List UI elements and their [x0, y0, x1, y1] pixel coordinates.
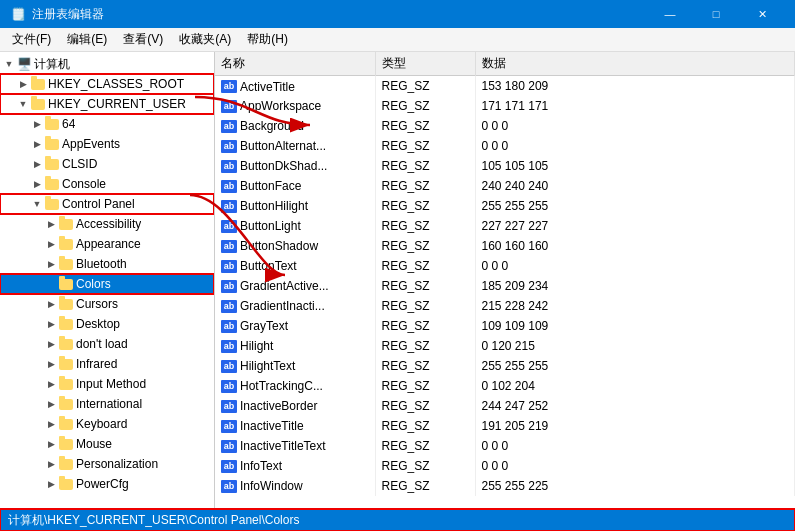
tree-arrow-control-panel[interactable]	[30, 199, 44, 209]
close-button[interactable]: ✕	[739, 0, 785, 28]
table-row[interactable]: ab AppWorkspace REG_SZ 171 171 171	[215, 96, 795, 116]
tree-item-powercfg[interactable]: PowerCfg	[0, 474, 214, 494]
table-row[interactable]: ab ActiveTitle REG_SZ 153 180 209	[215, 76, 795, 96]
tree-item-appearance[interactable]: Appearance	[0, 234, 214, 254]
menu-edit[interactable]: 编辑(E)	[59, 29, 115, 50]
tree-arrow-personalization[interactable]	[44, 459, 58, 469]
tree-arrow-current-user[interactable]	[16, 99, 30, 109]
col-header-name[interactable]: 名称	[215, 52, 375, 76]
ab-icon: ab	[221, 80, 237, 93]
tree-item-appevents[interactable]: AppEvents	[0, 134, 214, 154]
tree-arrow-computer[interactable]	[2, 59, 16, 69]
col-header-data[interactable]: 数据	[475, 52, 795, 76]
table-row[interactable]: ab HotTrackingC... REG_SZ 0 102 204	[215, 376, 795, 396]
tree-item-international[interactable]: International	[0, 394, 214, 414]
cell-name: ab HotTrackingC...	[215, 376, 375, 396]
folder-icon-current-user	[30, 96, 46, 112]
minimize-button[interactable]: —	[647, 0, 693, 28]
folder-icon-colors	[58, 276, 74, 292]
cell-name: ab GradientInacti...	[215, 296, 375, 316]
cell-data: 255 255 255	[475, 356, 795, 376]
tree-arrow-dontload[interactable]	[44, 339, 58, 349]
tree-item-mouse[interactable]: Mouse	[0, 434, 214, 454]
tree-item-64[interactable]: 64	[0, 114, 214, 134]
table-row[interactable]: ab Background REG_SZ 0 0 0	[215, 116, 795, 136]
table-row[interactable]: ab ButtonFace REG_SZ 240 240 240	[215, 176, 795, 196]
table-row[interactable]: ab HilightText REG_SZ 255 255 255	[215, 356, 795, 376]
tree-arrow-accessibility[interactable]	[44, 219, 58, 229]
tree-arrow-64[interactable]	[30, 119, 44, 129]
tree-arrow-classes-root[interactable]	[16, 79, 30, 89]
table-row[interactable]: ab GrayText REG_SZ 109 109 109	[215, 316, 795, 336]
maximize-button[interactable]: □	[693, 0, 739, 28]
table-row[interactable]: ab InfoText REG_SZ 0 0 0	[215, 456, 795, 476]
menu-view[interactable]: 查看(V)	[115, 29, 171, 50]
table-row[interactable]: ab GradientInacti... REG_SZ 215 228 242	[215, 296, 795, 316]
tree-item-control-panel[interactable]: Control Panel	[0, 194, 214, 214]
tree-arrow-keyboard[interactable]	[44, 419, 58, 429]
table-row[interactable]: ab ButtonShadow REG_SZ 160 160 160	[215, 236, 795, 256]
tree-item-personalization[interactable]: Personalization	[0, 454, 214, 474]
tree-item-accessibility[interactable]: Accessibility	[0, 214, 214, 234]
cell-type: REG_SZ	[375, 76, 475, 96]
tree-arrow-appevents[interactable]	[30, 139, 44, 149]
tree-arrow-appearance[interactable]	[44, 239, 58, 249]
tree-arrow-desktop[interactable]	[44, 319, 58, 329]
cell-type: REG_SZ	[375, 156, 475, 176]
menu-file[interactable]: 文件(F)	[4, 29, 59, 50]
tree-arrow-mouse[interactable]	[44, 439, 58, 449]
cell-data: 105 105 105	[475, 156, 795, 176]
cell-data: 0 120 215	[475, 336, 795, 356]
tree-item-console[interactable]: Console	[0, 174, 214, 194]
ab-icon: ab	[221, 380, 237, 393]
table-row[interactable]: ab ButtonText REG_SZ 0 0 0	[215, 256, 795, 276]
ab-icon: ab	[221, 120, 237, 133]
tree-item-colors[interactable]: Colors	[0, 274, 214, 294]
tree-arrow-inputmethod[interactable]	[44, 379, 58, 389]
tree-arrow-international[interactable]	[44, 399, 58, 409]
tree-label-mouse: Mouse	[76, 437, 112, 451]
col-header-type[interactable]: 类型	[375, 52, 475, 76]
tree-item-keyboard[interactable]: Keyboard	[0, 414, 214, 434]
table-row[interactable]: ab InactiveTitleText REG_SZ 0 0 0	[215, 436, 795, 456]
tree-label-computer: 计算机	[34, 56, 70, 73]
ab-icon: ab	[221, 340, 237, 353]
table-row[interactable]: ab GradientActive... REG_SZ 185 209 234	[215, 276, 795, 296]
tree-item-current-user[interactable]: HKEY_CURRENT_USER	[0, 94, 214, 114]
tree-arrow-powercfg[interactable]	[44, 479, 58, 489]
menu-help[interactable]: 帮助(H)	[239, 29, 296, 50]
table-row[interactable]: ab ButtonHilight REG_SZ 255 255 255	[215, 196, 795, 216]
folder-icon-mouse	[58, 436, 74, 452]
tree-label-bluetooth: Bluetooth	[76, 257, 127, 271]
cell-type: REG_SZ	[375, 316, 475, 336]
tree-item-inputmethod[interactable]: Input Method	[0, 374, 214, 394]
cell-data: 0 0 0	[475, 136, 795, 156]
table-row[interactable]: ab InactiveTitle REG_SZ 191 205 219	[215, 416, 795, 436]
tree-arrow-cursors[interactable]	[44, 299, 58, 309]
menu-favorites[interactable]: 收藏夹(A)	[171, 29, 239, 50]
status-bar: 计算机\HKEY_CURRENT_USER\Control Panel\Colo…	[0, 509, 795, 531]
tree-item-infrared[interactable]: Infrared	[0, 354, 214, 374]
tree-item-dontload[interactable]: don't load	[0, 334, 214, 354]
tree-item-computer[interactable]: 🖥️ 计算机	[0, 54, 214, 74]
tree-label-cursors: Cursors	[76, 297, 118, 311]
tree-arrow-bluetooth[interactable]	[44, 259, 58, 269]
tree-item-desktop[interactable]: Desktop	[0, 314, 214, 334]
folder-icon-bluetooth	[58, 256, 74, 272]
tree-item-clsid[interactable]: CLSID	[0, 154, 214, 174]
tree-item-bluetooth[interactable]: Bluetooth	[0, 254, 214, 274]
table-row[interactable]: ab Hilight REG_SZ 0 120 215	[215, 336, 795, 356]
table-row[interactable]: ab ButtonDkShad... REG_SZ 105 105 105	[215, 156, 795, 176]
table-row[interactable]: ab ButtonAlternat... REG_SZ 0 0 0	[215, 136, 795, 156]
tree-arrow-clsid[interactable]	[30, 159, 44, 169]
tree-arrow-console[interactable]	[30, 179, 44, 189]
tree-item-classes-root[interactable]: HKEY_CLASSES_ROOT	[0, 74, 214, 94]
table-row[interactable]: ab InfoWindow REG_SZ 255 255 225	[215, 476, 795, 496]
tree-arrow-infrared[interactable]	[44, 359, 58, 369]
tree-item-cursors[interactable]: Cursors	[0, 294, 214, 314]
table-row[interactable]: ab InactiveBorder REG_SZ 244 247 252	[215, 396, 795, 416]
tree-label-colors: Colors	[76, 277, 111, 291]
folder-icon-infrared	[58, 356, 74, 372]
table-wrapper[interactable]: 名称 类型 数据 ab ActiveTitle REG_SZ 153 180 2…	[215, 52, 795, 509]
table-row[interactable]: ab ButtonLight REG_SZ 227 227 227	[215, 216, 795, 236]
